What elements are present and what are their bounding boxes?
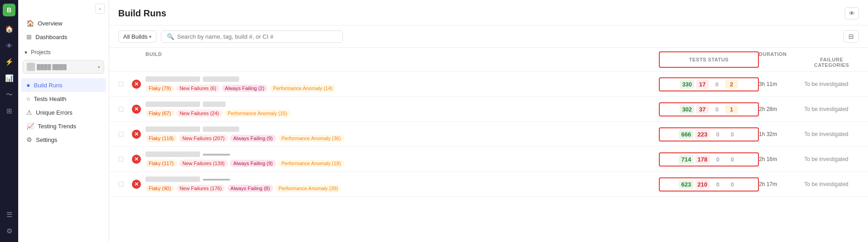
builds-dropdown[interactable]: All Builds ▾: [118, 30, 156, 43]
ts-green-4: 714: [679, 155, 693, 164]
header-failure-categories: FAILURE CATEGORIES: [804, 51, 859, 68]
failure-cat-2: To be investigated: [804, 106, 859, 112]
tests-status-cell-1: 330 17 0 2: [659, 77, 759, 91]
tag-perf-2[interactable]: Performance Anomaly (15): [225, 110, 291, 117]
build-tags-5: Flaky (90) New Failures (176) Always Fai…: [146, 185, 654, 192]
tag-perf-4[interactable]: Performance Anomaly (18): [278, 160, 344, 167]
table-row: ☐ ✕ Flaky (118) New Failures (207) Alway…: [109, 122, 868, 147]
sidebar-item-tests-health[interactable]: ○ Tests Health: [21, 92, 106, 106]
ts-green-5: 623: [679, 180, 693, 189]
blurred-name-3: [146, 126, 200, 132]
rail-home[interactable]: 🏠: [2, 22, 16, 36]
sidebar-item-build-runs[interactable]: ● Build Runs: [21, 78, 106, 92]
table-header: BUILD TESTS STATUS DURATION FAILURE CATE…: [109, 48, 868, 72]
rail-code[interactable]: ⊞: [2, 104, 16, 118]
header-status: [132, 51, 146, 68]
failure-cat-1: To be investigated: [804, 81, 859, 87]
table-row: ☐ ✕ Flaky (67) New Failures (24) Perform…: [109, 97, 868, 122]
builds-dropdown-label: All Builds: [123, 33, 147, 40]
duration-5: 2h 17m: [759, 181, 804, 187]
sidebar-item-overview[interactable]: 🏠 Overview: [21, 16, 106, 30]
tag-flaky-4[interactable]: Flaky (117): [146, 160, 177, 167]
collapse-button[interactable]: ‹: [95, 4, 105, 14]
top-bar: Build Runs 👁: [109, 0, 868, 25]
ts-neutral-1: 0: [711, 80, 723, 89]
tag-always-fail-5[interactable]: Always Failing (8): [227, 185, 273, 192]
view-toggle-button[interactable]: 👁: [845, 7, 859, 20]
rail-dashboard[interactable]: 📊: [2, 71, 16, 86]
sidebar-build-runs-label: Build Runs: [34, 82, 62, 89]
tag-always-fail-4[interactable]: Always Failing (9): [230, 160, 276, 167]
sidebar-collapse[interactable]: ‹: [18, 0, 109, 14]
tests-status-cell-4: 714 178 0 0: [659, 152, 759, 166]
row-checkbox-2[interactable]: ☐: [118, 106, 132, 113]
failure-cat-4: To be investigated: [804, 156, 859, 162]
sidebar-item-settings[interactable]: ⚙ Settings: [21, 133, 106, 146]
tag-always-fail-3[interactable]: Always Failing (9): [230, 135, 276, 142]
row-checkbox-4[interactable]: ☐: [118, 156, 132, 163]
rail-settings[interactable]: ⚙: [2, 224, 16, 238]
tag-new-fail-5[interactable]: New Failures (176): [176, 185, 225, 192]
tag-perf-1[interactable]: Performance Anomaly (14): [270, 85, 336, 92]
tag-flaky-2[interactable]: Flaky (67): [146, 110, 174, 117]
dropdown-chevron-icon: ▾: [149, 34, 151, 39]
build-name-bar-4: [146, 151, 654, 157]
row-checkbox-3[interactable]: ☐: [118, 131, 132, 138]
progress-bar-4: [203, 154, 230, 156]
home-icon: 🏠: [26, 20, 34, 27]
tag-flaky-3[interactable]: Flaky (118): [146, 135, 177, 142]
rail-eye[interactable]: 👁: [2, 38, 16, 53]
blurred-name-5: [146, 176, 200, 182]
tag-new-fail-4[interactable]: New Failures (139): [179, 160, 228, 167]
tag-always-fail-1[interactable]: Always Failing (2): [222, 85, 268, 92]
dashboards-icon: ⊞: [26, 33, 32, 40]
ts-green-1: 330: [680, 80, 694, 89]
build-name-bar-3: [146, 126, 654, 132]
project-name: ████ ████: [37, 64, 96, 70]
sidebar-settings-label: Settings: [36, 136, 57, 143]
tag-flaky-5[interactable]: Flaky (90): [146, 185, 174, 192]
tag-perf-3[interactable]: Performance Anomaly (36): [278, 135, 344, 142]
sidebar-item-dashboards[interactable]: ⊞ Dashboards: [21, 30, 106, 44]
row-checkbox-5[interactable]: ☐: [118, 181, 132, 188]
table-row: ☐ ✕ Flaky (117) New Failures (139) Alway…: [109, 147, 868, 172]
build-name-bar-5: [146, 176, 654, 182]
filter-button[interactable]: ⊟: [843, 30, 859, 43]
sidebar-tests-health-label: Tests Health: [34, 96, 66, 102]
tag-new-fail-1[interactable]: New Failures (6): [176, 85, 220, 92]
build-tags-2: Flaky (67) New Failures (24) Performance…: [146, 110, 654, 117]
project-selector[interactable]: ████ ████ ▾: [23, 60, 104, 74]
build-tags-3: Flaky (118) New Failures (207) Always Fa…: [146, 135, 654, 142]
ts-green-3: 666: [679, 130, 693, 139]
sidebar-item-testing-trends[interactable]: 📈 Testing Trends: [21, 119, 106, 133]
blurred-name-2: [146, 101, 200, 107]
row-fail-icon-5: ✕: [132, 180, 141, 189]
duration-1: 3h 11m: [759, 81, 804, 87]
ts-orange-5: 0: [726, 180, 739, 189]
icon-rail: B 🏠 👁 ⚡ 📊 〜 ⊞ ☰ ⚙: [0, 0, 18, 242]
rail-activity[interactable]: 〜: [2, 87, 16, 102]
tag-new-fail-2[interactable]: New Failures (24): [176, 110, 222, 117]
rail-bolt[interactable]: ⚡: [2, 55, 16, 69]
sidebar-item-unique-errors[interactable]: ⚠ Unique Errors: [21, 106, 106, 119]
unique-errors-icon: ⚠: [26, 109, 32, 116]
blurred-name-3b: [203, 126, 239, 132]
ts-neutral-3: 0: [712, 130, 724, 139]
search-input[interactable]: [177, 33, 337, 40]
tag-perf-5[interactable]: Performance Anomaly (39): [276, 185, 341, 192]
failure-cat-3: To be investigated: [804, 131, 859, 137]
tag-flaky-1[interactable]: Flaky (79): [146, 85, 174, 92]
tag-new-fail-3[interactable]: New Failures (207): [179, 135, 228, 142]
row-fail-icon-4: ✕: [132, 155, 141, 164]
build-tags-4: Flaky (117) New Failures (139) Always Fa…: [146, 160, 654, 167]
duration-3: 1h 32m: [759, 131, 804, 137]
blurred-name-1: [146, 76, 200, 82]
sidebar-projects-header[interactable]: ▼ Projects: [18, 46, 109, 58]
rail-list[interactable]: ☰: [2, 207, 16, 222]
row-fail-icon-1: ✕: [132, 80, 141, 89]
build-info-4: Flaky (117) New Failures (139) Always Fa…: [146, 151, 659, 167]
row-checkbox-1[interactable]: ☐: [118, 81, 132, 88]
ts-red-1: 17: [696, 80, 709, 89]
tests-health-icon: ○: [26, 95, 30, 102]
sidebar-testing-trends-label: Testing Trends: [38, 123, 76, 130]
